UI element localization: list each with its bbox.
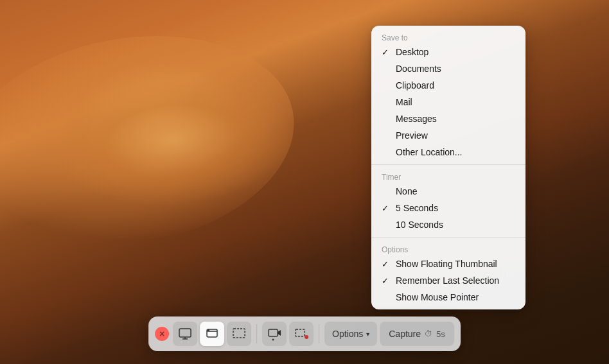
menu-item-timer-none-label: None: [396, 186, 515, 196]
menu-item-mail-label: Mail: [396, 97, 515, 107]
menu-item-mail[interactable]: Mail: [371, 94, 525, 110]
options-section-label: Options: [371, 241, 525, 256]
svg-rect-10: [296, 329, 304, 336]
options-section: Options ✓ Show Floating Thumbnail ✓ Reme…: [371, 237, 525, 309]
menu-item-show-pointer[interactable]: Show Mouse Pointer: [371, 289, 525, 306]
svg-rect-7: [269, 329, 278, 336]
toolbar-divider-1: [256, 324, 257, 343]
chevron-down-icon: ▾: [366, 331, 369, 338]
menu-item-clipboard[interactable]: Clipboard: [371, 77, 525, 94]
screenshot-toolbar: Options ▾ Capture ⏱ 5s: [148, 316, 461, 351]
menu-item-messages-label: Messages: [396, 114, 515, 124]
svg-point-5: [208, 330, 209, 331]
menu-item-remember-label: Remember Last Selection: [396, 275, 515, 286]
menu-item-show-thumbnail[interactable]: ✓ Show Floating Thumbnail: [371, 256, 525, 272]
capture-selection-button[interactable]: [227, 322, 251, 346]
capture-selection-icon: [232, 327, 246, 341]
capture-window-button[interactable]: [200, 322, 224, 346]
capture-window-icon: [205, 327, 219, 341]
timer-icon: ⏱: [425, 329, 432, 338]
options-button-label: Options: [332, 329, 363, 339]
svg-point-11: [304, 335, 308, 339]
menu-item-desktop[interactable]: ✓ Desktop: [371, 44, 525, 60]
checkmark-timer-5s: ✓: [382, 204, 392, 213]
capture-screen-button[interactable]: [173, 322, 197, 346]
close-button[interactable]: [155, 327, 169, 341]
menu-item-timer-5s[interactable]: ✓ 5 Seconds: [371, 200, 525, 216]
record-selection-icon: [294, 327, 308, 341]
capture-screen-icon: [178, 327, 192, 341]
svg-rect-0: [179, 329, 191, 337]
svg-point-9: [272, 339, 274, 341]
menu-item-desktop-label: Desktop: [396, 47, 515, 57]
menu-item-timer-5s-label: 5 Seconds: [396, 203, 515, 213]
saveto-section-label: Save to: [371, 30, 525, 44]
capture-timer-text: 5s: [436, 329, 445, 339]
saveto-section: Save to ✓ Desktop Documents Clipboard Ma…: [371, 26, 525, 164]
record-screen-icon: [267, 327, 281, 341]
menu-item-documents[interactable]: Documents: [371, 60, 525, 77]
record-screen-button[interactable]: [262, 322, 287, 346]
toolbar-divider-2: [319, 324, 319, 343]
record-selection-button[interactable]: [289, 322, 313, 346]
capture-button[interactable]: Capture ⏱ 5s: [380, 322, 454, 346]
options-dropdown-menu: Save to ✓ Desktop Documents Clipboard Ma…: [371, 26, 525, 309]
menu-item-messages[interactable]: Messages: [371, 110, 525, 127]
timer-section: Timer None ✓ 5 Seconds 10 Seconds: [371, 164, 525, 237]
menu-item-pointer-label: Show Mouse Pointer: [396, 292, 515, 302]
menu-item-preview[interactable]: Preview: [371, 127, 525, 144]
menu-item-other-location[interactable]: Other Location...: [371, 144, 525, 160]
menu-item-timer-none[interactable]: None: [371, 183, 525, 200]
capture-button-label: Capture: [389, 329, 421, 339]
menu-item-timer-10s[interactable]: 10 Seconds: [371, 216, 525, 233]
menu-item-preview-label: Preview: [396, 130, 515, 141]
menu-item-documents-label: Documents: [396, 64, 515, 74]
checkmark-remember: ✓: [382, 276, 392, 286]
menu-item-remember-selection[interactable]: ✓ Remember Last Selection: [371, 272, 525, 289]
checkmark-desktop: ✓: [382, 48, 392, 57]
menu-item-other-label: Other Location...: [396, 147, 515, 157]
timer-section-label: Timer: [371, 169, 525, 183]
svg-rect-6: [233, 329, 245, 338]
menu-item-timer-10s-label: 10 Seconds: [396, 220, 515, 230]
menu-item-clipboard-label: Clipboard: [396, 80, 515, 91]
options-button[interactable]: Options ▾: [324, 322, 377, 346]
checkmark-thumbnail: ✓: [382, 259, 392, 269]
menu-item-thumbnail-label: Show Floating Thumbnail: [396, 259, 515, 269]
